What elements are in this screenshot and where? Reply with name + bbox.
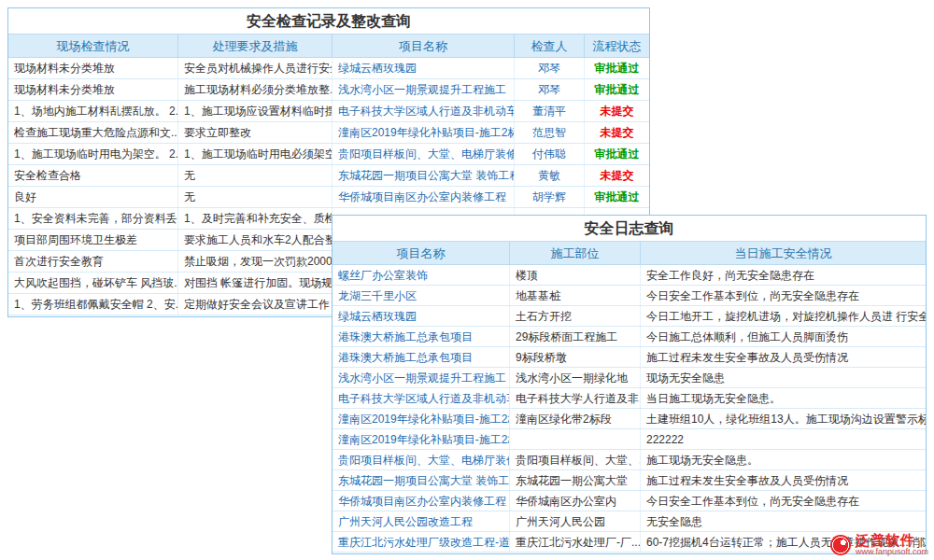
fanpu-logo: 泛普软件 www.fanpusoft.com [830, 533, 928, 557]
log-project-link[interactable]: 潼南区2019年绿化补贴项目-施工2标段 [333, 409, 510, 428]
inspection-status-badge: 未提交 [585, 101, 649, 121]
inspection-measure-cell: 安全员对机械操作人员进行安全... [178, 58, 333, 78]
log-table-row[interactable]: 华侨城项目南区办公室内装修工程 华侨城南区办公室内 今日安全工作基本到位，尚无安… [333, 491, 926, 511]
logo-url: www.fanpusoft.com [856, 548, 928, 557]
column-header-inspector: 检查人 [515, 35, 585, 57]
log-table-row[interactable]: 港珠澳大桥施工总承包项目 9标段桥墩 施工过程未发生安全事故及人员受伤情况 [333, 347, 926, 368]
log-panel-title: 安全日志查询 [333, 216, 926, 242]
column-header-log-note: 当日施工安全情况 [641, 242, 926, 264]
inspection-inspector-link[interactable]: 胡学辉 [515, 187, 585, 207]
inspection-project-link[interactable]: 浅水湾小区一期景观提升工程施工 [333, 79, 515, 100]
log-table-row[interactable]: 潼南区2019年绿化补贴项目-施工2标段 潼南区绿化带2标段 土建班组10人，绿… [333, 409, 926, 429]
inspection-inspector-link[interactable]: 董清平 [515, 101, 585, 121]
inspection-table-row[interactable]: 现场材料未分类堆放 安全员对机械操作人员进行安全... 绿城云栖玫瑰园 邓琴 审… [8, 58, 649, 79]
inspection-inspector-link[interactable]: 范思智 [515, 122, 585, 143]
log-part-cell: 重庆江北污水处理厂-厂... [510, 532, 641, 552]
safety-log-panel: 安全日志查询 项目名称 施工部位 当日施工安全情况 螺丝厂办公室装饰 楼顶 安全… [332, 215, 927, 554]
inspection-table-row[interactable]: 1、施工现场临时用电为架空。 2... 1、施工现场临时用电必须架空... 贵阳… [8, 144, 649, 165]
inspection-inspector-link[interactable]: 邓琴 [515, 58, 585, 78]
log-part-cell: 楼顶 [510, 265, 641, 285]
log-note-cell: 现场无安全隐患 [641, 368, 926, 387]
inspection-measure-cell: 施工现场材料必须分类堆放整... [178, 79, 333, 100]
column-header-project: 项目名称 [333, 35, 515, 57]
inspection-situation-cell: 1、安全资料未完善，部分资料丢... [8, 208, 178, 229]
inspection-table-row[interactable]: 1、场地内施工材料乱摆乱放。 2... 1、施工现场应设置材料临时摆... 电子… [8, 101, 649, 122]
inspection-measure-cell: 无 [178, 165, 333, 186]
log-part-cell: 东城花园一期公寓大堂 [510, 470, 641, 490]
log-part-cell: 电子科技大学人行道及非... [510, 388, 641, 408]
column-header-log-project: 项目名称 [333, 242, 510, 264]
inspection-status-badge: 审批通过 [585, 187, 649, 207]
inspection-project-link[interactable]: 绿城云栖玫瑰园 [333, 58, 515, 78]
log-project-link[interactable]: 广州天河人民公园改造工程 [333, 511, 510, 531]
inspection-table-row[interactable]: 现场材料未分类堆放 施工现场材料必须分类堆放整... 浅水湾小区一期景观提升工程… [8, 79, 649, 101]
inspection-situation-cell: 现场材料未分类堆放 [8, 58, 178, 78]
inspection-project-link[interactable]: 东城花园一期项目公寓大堂 装饰工程 [333, 165, 515, 186]
log-note-cell: 施工过程未发生安全事故及人员受伤情况 [641, 347, 926, 367]
log-note-cell: 222222 [641, 429, 926, 449]
log-table-row[interactable]: 绿城云栖玫瑰园 土石方开挖 今日工地开工，旋挖机进场，对旋挖机操作人员进 行安全… [333, 306, 926, 327]
log-part-cell: 广州天河人民公园 [510, 511, 641, 531]
log-project-link[interactable]: 浅水湾小区一期景观提升工程施工 [333, 368, 510, 387]
inspection-situation-cell: 良好 [8, 187, 178, 207]
log-project-link[interactable]: 螺丝厂办公室装饰 [333, 265, 510, 285]
inspection-situation-cell: 安全检查合格 [8, 165, 178, 186]
inspection-project-link[interactable]: 贵阳项目样板间、大堂、电梯厅装修工程 [333, 144, 515, 164]
log-part-cell: 29标段桥面工程施工 [510, 327, 641, 346]
inspection-situation-cell: 1、场地内施工材料乱摆乱放。 2... [8, 101, 178, 121]
log-table-row[interactable]: 浅水湾小区一期景观提升工程施工 浅水湾小区一期绿化地 现场无安全隐患 [333, 368, 926, 388]
log-project-link[interactable]: 电子科技大学区域人行道及非机动车道工程 [333, 388, 510, 408]
log-project-link[interactable]: 港珠澳大桥施工总承包项目 [333, 347, 510, 367]
log-note-cell: 今日工地开工，旋挖机进场，对旋挖机操作人员进 行安全技术... [641, 306, 926, 326]
inspection-project-link[interactable]: 电子科技大学区域人行道及非机动车道工程 [333, 101, 515, 121]
inspection-project-link[interactable]: 潼南区2019年绿化补贴项目-施工2标段 [333, 122, 515, 143]
inspection-inspector-link[interactable]: 黄敏 [515, 165, 585, 186]
inspection-status-badge: 审批通过 [585, 58, 649, 78]
log-project-link[interactable]: 东城花园一期项目公寓大堂 装饰工程 [333, 470, 510, 490]
log-project-link[interactable]: 贵阳项目样板间、大堂、电梯厅装修工程 [333, 450, 510, 469]
inspection-situation-cell: 1、施工现场临时用电为架空。 2... [8, 144, 178, 164]
log-table-row[interactable]: 潼南区2019年绿化补贴项目-施工2标段 222222 [333, 429, 926, 450]
log-table-row[interactable]: 东城花园一期项目公寓大堂 装饰工程 东城花园一期公寓大堂 施工过程未发生安全事故… [333, 470, 926, 491]
inspection-measure-cell: 要求立即整改 [178, 122, 333, 143]
logo-name: 泛普软件 [856, 533, 928, 549]
inspection-measure-cell: 1、施工现场临时用电必须架空... [178, 144, 333, 164]
inspection-situation-cell: 检查施工现场重大危险点源和文... [8, 122, 178, 143]
inspection-table-row[interactable]: 良好 无 华侨城项目南区办公室内装修工程 胡学辉 审批通过 [8, 187, 649, 208]
inspection-situation-cell: 1、劳务班组都佩戴安全帽 2、安... [8, 294, 178, 315]
log-project-link[interactable]: 港珠澳大桥施工总承包项目 [333, 327, 510, 346]
inspection-situation-cell: 大风吹起围挡，碰坏铲车 风挡玻... [8, 273, 178, 293]
log-note-cell: 当日施工现场无安全隐患。 [641, 388, 926, 408]
log-part-cell [510, 429, 641, 449]
inspection-status-badge: 未提交 [585, 122, 649, 143]
inspection-inspector-link[interactable]: 邓琴 [515, 79, 585, 100]
log-table-row[interactable]: 贵阳项目样板间、大堂、电梯厅装修工程 贵阳项目样板间、大堂、... 施工现场无安… [333, 450, 926, 470]
log-note-cell: 今日施工总体顺利，但施工人员脚面烫伤 [641, 327, 926, 346]
inspection-project-link[interactable]: 华侨城项目南区办公室内装修工程 [333, 187, 515, 207]
fanpu-logo-text: 泛普软件 www.fanpusoft.com [856, 533, 928, 557]
log-table-row[interactable]: 龙湖三千里小区 地基基桩 今日安全工作基本到位，尚无安全隐患存在 [333, 286, 926, 306]
log-project-link[interactable]: 潼南区2019年绿化补贴项目-施工2标段 [333, 429, 510, 449]
inspection-table-header: 现场检查情况 处理要求及措施 项目名称 检查人 流程状态 [8, 35, 649, 58]
log-table-row[interactable]: 广州天河人民公园改造工程 广州天河人民公园 无安全隐患 [333, 511, 926, 532]
log-part-cell: 华侨城南区办公室内 [510, 491, 641, 511]
log-project-link[interactable]: 龙湖三千里小区 [333, 286, 510, 305]
inspection-panel-title: 安全检查记录及整改查询 [8, 8, 649, 35]
log-table-row[interactable]: 港珠澳大桥施工总承包项目 29标段桥面工程施工 今日施工总体顺利，但施工人员脚面… [333, 327, 926, 347]
log-table-row[interactable]: 螺丝厂办公室装饰 楼顶 安全工作良好，尚无安全隐患存在 [333, 265, 926, 286]
log-table-row[interactable]: 电子科技大学区域人行道及非机动车道工程 电子科技大学人行道及非... 当日施工现… [333, 388, 926, 409]
log-note-cell: 无安全隐患 [641, 511, 926, 531]
log-project-link[interactable]: 绿城云栖玫瑰园 [333, 306, 510, 326]
log-part-cell: 9标段桥墩 [510, 347, 641, 367]
log-part-cell: 地基基桩 [510, 286, 641, 305]
log-note-cell: 施工过程未发生安全事故及人员受伤情况 [641, 470, 926, 490]
log-project-link[interactable]: 重庆江北污水处理厂级改造工程-道路修复工程 [333, 532, 510, 552]
inspection-table-row[interactable]: 安全检查合格 无 东城花园一期项目公寓大堂 装饰工程 黄敏 未提交 [8, 165, 649, 187]
inspection-table-row[interactable]: 检查施工现场重大危险点源和文... 要求立即整改 潼南区2019年绿化补贴项目-… [8, 122, 649, 144]
column-header-situation: 现场检查情况 [8, 35, 178, 57]
inspection-inspector-link[interactable]: 付伟聪 [515, 144, 585, 164]
log-project-link[interactable]: 华侨城项目南区办公室内装修工程 [333, 491, 510, 511]
inspection-situation-cell: 现场材料未分类堆放 [8, 79, 178, 100]
log-note-cell: 安全工作良好，尚无安全隐患存在 [641, 265, 926, 285]
log-note-cell: 施工现场无安全隐患。 [641, 450, 926, 469]
